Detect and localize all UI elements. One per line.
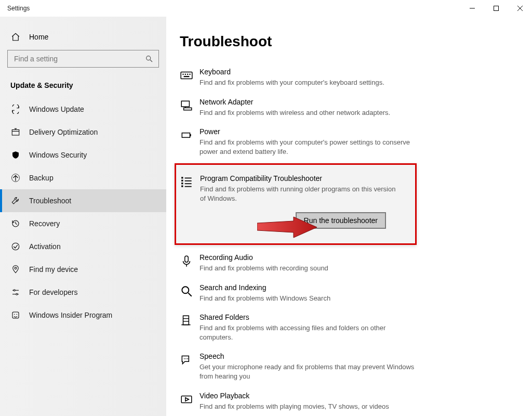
troubleshooter-desc: Find and fix problems with running older… [200,185,396,203]
home-icon [10,32,21,42]
sidebar-item-find-my-device[interactable]: Find my device [0,258,166,281]
wrench-icon [10,196,21,205]
troubleshooter-item[interactable]: Shared FoldersFind and fix problems with… [180,310,532,349]
sidebar-item-label: Troubleshoot [29,197,71,205]
sidebar-home[interactable]: Home [0,27,166,47]
troubleshooter-item[interactable]: Video PlaybackFind and fix problems with… [180,388,532,416]
sidebar-item-label: Windows Insider Program [29,311,112,319]
face-icon [10,310,21,320]
sidebar-item-for-developers[interactable]: For developers [0,281,166,304]
slider-icon [10,288,21,297]
troubleshooter-desc: Find and fix problems with recording sou… [200,264,418,273]
sidebar-item-label: Activation [29,242,61,251]
sidebar-item-label: For developers [29,288,77,296]
shield-icon [10,150,21,160]
sidebar-item-recovery[interactable]: Recovery [0,212,166,235]
troubleshooter-item[interactable]: PowerFind and fix problems with your com… [180,124,532,163]
network-icon [180,98,200,118]
check-icon [10,242,21,251]
troubleshooter-item[interactable]: SpeechGet your microphone ready and fix … [180,349,532,388]
troubleshooter-title: Recording Audio [200,253,516,262]
svg-line-5 [150,60,152,62]
titlebar: Settings [0,0,532,17]
troubleshooter-item[interactable]: Search and IndexingFind and fix problems… [180,280,532,310]
troubleshooter-title: Program Compatibility Troubleshooter [200,174,396,183]
troubleshooter-title: Shared Folders [200,313,516,321]
sidebar-home-label: Home [29,33,48,41]
troubleshooter-item[interactable]: KeyboardFind and fix problems with your … [180,64,532,95]
svg-point-4 [147,56,151,60]
svg-rect-1 [494,6,499,11]
compat-icon [180,174,200,229]
sidebar-item-label: Backup [29,174,54,182]
troubleshooter-desc: Find and fix problems with Windows Searc… [200,294,418,303]
troubleshooter-desc: Find and fix problems with your computer… [200,138,418,156]
mic-icon [180,253,200,273]
sidebar-item-label: Recovery [29,219,60,228]
speech-icon [180,352,200,381]
shared-icon [180,313,200,342]
page-title: Troubleshoot [180,33,532,50]
close-button[interactable] [508,0,532,17]
recovery-icon [10,219,21,228]
troubleshooter-item[interactable]: Network AdapterFind and fix problems wit… [180,95,532,125]
sidebar-item-troubleshoot[interactable]: Troubleshoot [0,189,166,212]
box-icon [10,127,21,137]
sidebar-item-windows-security[interactable]: Windows Security [0,144,166,166]
troubleshooter-title: Network Adapter [200,98,516,106]
video-icon [180,392,200,411]
keyboard-icon [180,68,200,87]
sidebar: Home Update & Security Windows UpdateDel… [0,17,166,416]
sidebar-item-delivery-optimization[interactable]: Delivery Optimization [0,121,166,144]
troubleshooter-title: Keyboard [200,68,516,76]
troubleshooter-item[interactable]: Program Compatibility TroubleshooterFind… [175,163,417,245]
troubleshooter-title: Power [200,127,516,136]
sync-icon [10,105,21,114]
troubleshooter-title: Speech [200,352,516,360]
run-troubleshooter-button[interactable]: Run the troubleshooter [296,212,386,229]
search-icon [180,283,200,303]
troubleshooter-desc: Find and fix problems with accessing fil… [200,323,418,342]
troubleshooter-title: Video Playback [200,392,516,400]
troubleshooter-desc: Find and fix problems with wireless and … [200,108,418,118]
troubleshooter-item[interactable]: Recording AudioFind and fix problems wit… [180,250,532,280]
sidebar-item-label: Windows Security [29,151,87,159]
sidebar-item-label: Windows Update [29,105,84,113]
sidebar-item-label: Delivery Optimization [29,128,98,136]
sidebar-item-activation[interactable]: Activation [0,235,166,258]
search-icon [145,55,153,63]
sidebar-item-windows-update[interactable]: Windows Update [0,98,166,121]
maximize-button[interactable] [484,0,508,17]
power-icon [180,127,200,156]
sidebar-item-backup[interactable]: Backup [0,166,166,189]
sidebar-item-label: Find my device [29,265,78,274]
search-input[interactable] [13,54,145,63]
search-box[interactable] [7,50,159,68]
sidebar-group-header: Update & Security [10,81,166,89]
window-title: Settings [7,5,30,12]
troubleshooter-desc: Find and fix problems with your computer… [200,78,418,87]
troubleshooter-desc: Find and fix problems with playing movie… [200,402,418,411]
content-area: Troubleshoot KeyboardFind and fix proble… [166,17,532,416]
troubleshooter-desc: Get your microphone ready and fix proble… [200,362,418,381]
troubleshooter-title: Search and Indexing [200,283,516,292]
location-icon [10,265,21,274]
minimize-button[interactable] [460,0,484,17]
arrowup-icon [10,173,21,183]
sidebar-item-windows-insider-program[interactable]: Windows Insider Program [0,304,166,327]
